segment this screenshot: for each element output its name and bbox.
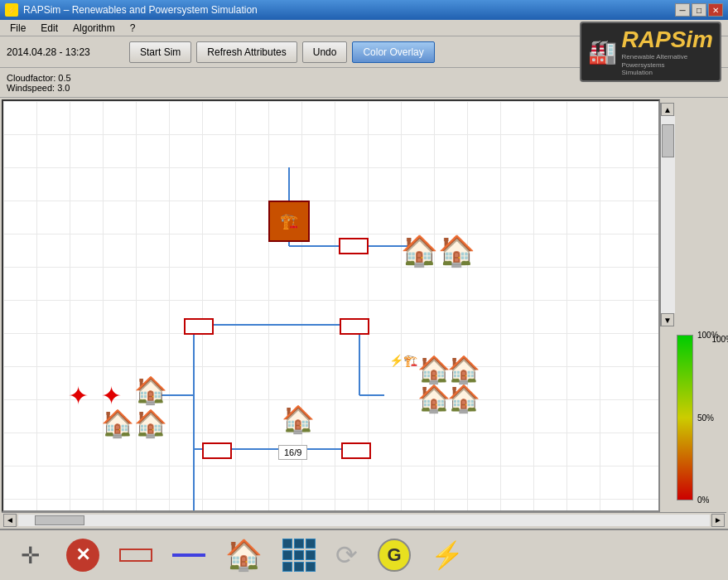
green-house-1[interactable]: 🏠 — [134, 375, 167, 406]
canvas-area[interactable]: 🏗️ 🏠 🏠 ✦ ✦ 🏠 🏠 🏠 — [2, 99, 660, 512]
bus-bottom-left[interactable] — [202, 442, 232, 459]
legend-pct-50: 50% — [697, 413, 714, 423]
green-house-2[interactable]: 🏠 — [101, 408, 134, 439]
orange-node[interactable]: 🏗️ — [268, 201, 310, 242]
menu-algorithm[interactable]: Algorithm — [66, 21, 122, 36]
delete-tool[interactable]: ✕ — [66, 539, 99, 572]
main-area: 🏗️ 🏠 🏠 ✦ ✦ 🏠 🏠 🏠 — [0, 98, 728, 529]
info-bar: Cloudfactor: 0.5 Windspeed: 3.0 — [0, 68, 728, 98]
cloudfactor-label: Cloudfactor: 0.5 — [7, 73, 721, 83]
scroll-right-button[interactable]: ► — [711, 514, 725, 527]
undo-button[interactable]: Undo — [302, 41, 348, 63]
logo-icon: 🏭 — [588, 38, 617, 65]
wind-icon: ⟳ — [335, 542, 358, 568]
bus-bottom-right[interactable] — [341, 442, 371, 459]
wire-tool[interactable] — [172, 553, 205, 557]
green-house-r4[interactable]: 🏠 — [447, 383, 480, 414]
menu-edit[interactable]: Edit — [34, 21, 65, 36]
menu-help[interactable]: ? — [123, 21, 142, 36]
logo-name: RAPSim — [622, 27, 713, 53]
scroll-up-button[interactable]: ▲ — [661, 103, 674, 116]
start-sim-button[interactable]: Start Sim — [129, 41, 191, 63]
close-button[interactable]: ✕ — [708, 3, 723, 17]
refresh-attributes-button[interactable]: Refresh Attributes — [196, 41, 297, 63]
scroll-left-button[interactable]: ◄ — [3, 514, 17, 527]
menu-file[interactable]: File — [3, 21, 32, 36]
scroll-thumb-v — [662, 124, 674, 157]
legend-pct-100: 100% — [697, 331, 719, 340]
app-icon: ⚡ — [5, 3, 18, 17]
solar-icon — [282, 539, 316, 572]
label-1619: 16/9 — [278, 445, 307, 460]
minimize-button[interactable]: ─ — [675, 3, 690, 17]
generator-icon: G — [378, 539, 411, 572]
powerline-icon: ⚡ — [431, 542, 464, 568]
scroll-track-h — [18, 515, 710, 526]
generator-tool[interactable]: G — [378, 539, 411, 572]
bus-top-1[interactable] — [339, 238, 369, 254]
yellow-house-1[interactable]: 🏠 — [401, 234, 438, 268]
wire-icon — [172, 553, 205, 557]
move-tool[interactable]: ✛ — [13, 539, 46, 572]
red-star-1[interactable]: ✦ — [68, 381, 89, 410]
color-overlay-button[interactable]: Color Overlay — [352, 41, 434, 63]
windspeed-label: Windspeed: 3.0 — [7, 83, 721, 93]
maximize-button[interactable]: □ — [692, 3, 706, 17]
green-house-3[interactable]: 🏠 — [134, 408, 167, 439]
wind-tool[interactable]: ⟳ — [335, 542, 358, 568]
title-bar: ⚡ RAPSim – Renewables and Powersystem Si… — [0, 0, 728, 20]
horizontal-scrollbar[interactable]: ◄ ► — [2, 512, 726, 527]
toolbar: 2014.04.28 - 13:23 Start Sim Refresh Att… — [0, 36, 728, 68]
legend-pct-0: 0% — [697, 495, 709, 505]
window-title: RAPSim – Renewables and Powersystem Simu… — [23, 4, 258, 16]
house-tool[interactable]: 🏠 — [225, 540, 263, 570]
close-icon: ✕ — [66, 539, 99, 572]
scroll-track-v — [661, 116, 675, 313]
datetime-label: 2014.04.28 - 13:23 — [7, 46, 123, 58]
scroll-thumb-h — [35, 515, 84, 525]
house-icon: 🏠 — [225, 540, 263, 570]
move-icon: ✛ — [13, 539, 46, 572]
vertical-scrollbar[interactable]: ▲ ▼ — [660, 103, 675, 326]
canvas-svg — [3, 101, 658, 510]
yellow-house-2[interactable]: 🏠 — [438, 234, 475, 268]
red-star-2[interactable]: ✦ — [101, 381, 122, 410]
color-legend: 100% 100% 50% 0% — [660, 328, 710, 510]
powerline-tool[interactable]: ⚡ — [431, 542, 464, 568]
bottom-toolbar: ✛ ✕ 🏠 ⟳ G ⚡ — [0, 529, 728, 580]
green-house-r2[interactable]: 🏠 — [447, 354, 480, 385]
power-grid-icon[interactable]: ⚡🏗️ — [389, 354, 417, 367]
green-house-c[interactable]: 🏠 — [282, 404, 315, 435]
bus-left-top[interactable] — [184, 318, 214, 335]
bus-icon — [119, 549, 152, 562]
bus-tool[interactable] — [119, 549, 152, 562]
canvas-grid: 🏗️ 🏠 🏠 ✦ ✦ 🏠 🏠 🏠 — [3, 101, 658, 510]
scroll-down-button[interactable]: ▼ — [661, 313, 674, 326]
bus-right-top[interactable] — [340, 318, 369, 335]
solar-tool[interactable] — [282, 539, 316, 572]
green-house-r3[interactable]: 🏠 — [417, 383, 451, 414]
green-house-r1[interactable]: 🏠 — [417, 354, 451, 385]
